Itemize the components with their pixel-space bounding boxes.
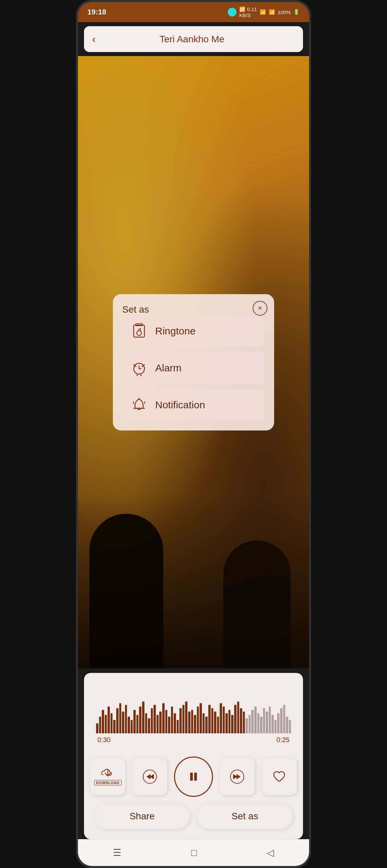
modal-close-button[interactable]: ×	[252, 301, 267, 316]
action-buttons: Share Set as	[84, 804, 303, 839]
status-time: 19:18	[87, 8, 106, 17]
waveform	[96, 680, 291, 733]
notification-option[interactable]: Notification	[122, 389, 265, 421]
phone-frame: 19:18 🔁 0.11KB/S 📶 📶 100% 🔋 ‹ Teri Aankh…	[76, 0, 311, 868]
signal-icon: 📶	[269, 9, 275, 15]
waveform-container[interactable]: 0:30 0:25	[90, 673, 297, 747]
close-icon: ×	[258, 304, 262, 313]
rewind-icon	[143, 769, 157, 784]
time-elapsed: 0:30	[97, 736, 111, 744]
share-button[interactable]: Share	[94, 804, 190, 829]
nav-home-icon[interactable]: □	[191, 847, 197, 858]
pause-icon	[187, 770, 200, 783]
wifi-icon: 📶	[260, 9, 266, 15]
download-label: DOWNLOAD	[94, 780, 122, 785]
nav-menu-icon[interactable]: ☰	[113, 847, 121, 858]
battery-text: 100%	[278, 9, 291, 15]
nav-back-icon[interactable]: ◁	[267, 847, 274, 858]
svg-rect-18	[190, 773, 193, 781]
time-remaining: 0:25	[276, 736, 290, 744]
svg-line-12	[141, 375, 142, 376]
forward-icon	[230, 769, 244, 784]
forward-button[interactable]	[220, 758, 255, 795]
heart-icon	[272, 769, 287, 784]
ringtone-option[interactable]: Ringtone	[122, 315, 265, 347]
status-bar: 19:18 🔁 0.11KB/S 📶 📶 100% 🔋	[78, 2, 309, 22]
download-button[interactable]: DOWNLOAD	[90, 758, 125, 795]
svg-point-2	[137, 331, 142, 336]
alarm-label: Alarm	[155, 362, 181, 374]
song-title: Teri Aankho Me	[102, 34, 295, 45]
set-as-button[interactable]: Set as	[197, 804, 293, 829]
ringtone-label: Ringtone	[155, 326, 196, 337]
app-indicator-icon	[228, 8, 237, 17]
controls-row: DOWNLOAD	[84, 753, 303, 804]
image-area: Set as ×	[78, 56, 309, 668]
svg-line-11	[137, 375, 138, 376]
waveform-section: 0:30 0:25 DOWNLOAD	[84, 673, 303, 839]
header: ‹ Teri Aankho Me	[84, 26, 303, 52]
alarm-clock-icon	[130, 359, 148, 377]
modal-overlay: Set as ×	[78, 56, 309, 668]
alarm-option[interactable]: Alarm	[122, 352, 265, 384]
like-button[interactable]	[262, 758, 297, 795]
bell-icon	[130, 396, 148, 414]
back-button[interactable]: ‹	[92, 33, 96, 45]
svg-rect-19	[194, 773, 197, 781]
modal-title: Set as	[122, 304, 149, 315]
network-speed: 🔁 0.11KB/S	[239, 6, 257, 18]
ringtone-icon	[130, 322, 148, 340]
download-icon: DOWNLOAD	[94, 768, 122, 785]
set-as-modal: Set as ×	[113, 294, 274, 431]
battery-icon: 🔋	[293, 9, 300, 15]
notification-label: Notification	[155, 399, 205, 411]
status-icons: 🔁 0.11KB/S 📶 📶 100% 🔋	[228, 6, 300, 18]
waveform-times: 0:30 0:25	[96, 733, 291, 747]
rewind-button[interactable]	[132, 758, 167, 795]
pause-button[interactable]	[174, 756, 213, 797]
nav-bar: ☰ □ ◁	[78, 839, 309, 866]
